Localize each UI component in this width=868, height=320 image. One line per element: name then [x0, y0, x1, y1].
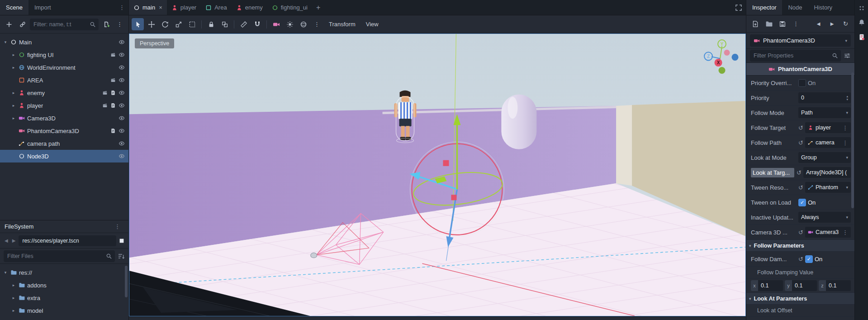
script-icon[interactable] [110, 128, 116, 134]
new-resource-button[interactable] [749, 18, 761, 30]
tab-inspector[interactable]: Inspector [746, 0, 782, 15]
revert-icon[interactable]: ↺ [797, 169, 802, 176]
doc-icon[interactable] [858, 33, 865, 41]
dock-handle-icon[interactable] [858, 5, 865, 12]
perspective-button[interactable]: Perspective [135, 38, 174, 48]
collapse-arrow-icon[interactable]: ▸ [11, 65, 16, 70]
spinner-arrows-icon[interactable]: ▴▾ [846, 95, 848, 101]
collapse-arrow-icon[interactable]: ▸ [11, 103, 16, 108]
camera3d-gizmo-body[interactable] [311, 253, 317, 258]
transform-menu[interactable]: Transform [324, 18, 360, 30]
visibility-eye-icon[interactable] [119, 153, 125, 159]
visibility-eye-icon[interactable] [119, 52, 125, 58]
property-filter-input[interactable] [754, 53, 829, 59]
tune-filter-icon[interactable] [844, 52, 851, 59]
axis-neg-y-ball[interactable] [719, 67, 726, 74]
history-forward-icon[interactable]: ▶ [826, 18, 838, 30]
instanced-scene-icon[interactable] [110, 77, 116, 83]
visibility-eye-icon[interactable] [119, 115, 125, 121]
vector-y-field[interactable]: y 0.1 [785, 280, 817, 291]
scene-tree-item-phantomcamera3d[interactable]: PhantomCamera3D [0, 124, 128, 137]
edited-object-dropdown[interactable]: PhantomCamera3D ▾ [750, 34, 851, 47]
options-menu-icon[interactable]: ⋮ [842, 229, 848, 236]
collapse-arrow-icon[interactable]: ▾ [3, 270, 8, 275]
object-history-icon[interactable]: ↻ [840, 18, 852, 30]
camera-preview-button[interactable] [270, 18, 282, 30]
tab-scene[interactable]: Scene [0, 0, 28, 15]
instanced-scene-icon[interactable] [110, 52, 116, 57]
snap-toggle-button[interactable] [251, 18, 263, 30]
instance-scene-button[interactable] [16, 18, 28, 30]
follow-target-picker[interactable]: player ⋮ [805, 122, 851, 133]
filesystem-scrollbar[interactable] [125, 266, 128, 297]
scene-tab-area[interactable]: Area [201, 0, 231, 15]
scene-panel-menu-icon[interactable]: ⋮ [115, 0, 128, 15]
scene-tab-player[interactable]: player [167, 0, 201, 15]
axis-neg-z-ball[interactable] [732, 54, 739, 61]
box-select-tool-button[interactable] [186, 18, 198, 30]
scene-filter-input[interactable] [33, 21, 87, 28]
collapse-arrow-icon[interactable]: ▾ [3, 40, 8, 44]
resource-extra-menu-icon[interactable]: ⋮ [790, 18, 802, 30]
visibility-eye-icon[interactable] [119, 102, 125, 109]
look-at-mode-dropdown[interactable]: Group ▾ [798, 152, 851, 163]
rotate-tool-button[interactable] [159, 18, 171, 30]
fs-item-model[interactable]: ▸ model [0, 304, 128, 317]
scene-tree-item-node3d[interactable]: Node3D [0, 150, 128, 162]
notification-bell-icon[interactable] [858, 19, 865, 26]
collapse-arrow-icon[interactable]: ▸ [11, 116, 16, 120]
toggle-split-mode-icon[interactable] [119, 238, 125, 244]
view-menu[interactable]: View [361, 18, 383, 30]
visibility-eye-icon[interactable] [119, 128, 125, 134]
scale-tool-button[interactable] [172, 18, 185, 30]
visibility-eye-icon[interactable] [119, 140, 125, 147]
follow-mode-dropdown[interactable]: Path ▾ [798, 107, 851, 118]
scene-tree-menu-icon[interactable]: ⋮ [114, 18, 126, 30]
camera-3d-picker[interactable]: Camera3 ⋮ [805, 227, 851, 238]
collapse-arrow-icon[interactable]: ▸ [11, 296, 16, 300]
move-tool-button[interactable] [145, 18, 157, 30]
instanced-scene-icon[interactable] [102, 103, 108, 108]
capsule-mesh[interactable] [501, 95, 536, 149]
vector-z-field[interactable]: z 0.1 [819, 280, 851, 291]
sort-files-icon[interactable] [118, 253, 125, 260]
toolbar-overflow-icon[interactable]: ⋮ [311, 18, 323, 30]
scene-tree-item-enemy[interactable]: ▸ enemy [0, 86, 128, 99]
sun-settings-button[interactable] [284, 18, 296, 30]
follow-path-picker[interactable]: camera ⋮ [805, 137, 851, 148]
fs-item-extra[interactable]: ▸ extra [0, 291, 128, 304]
lock-node-button[interactable] [205, 18, 217, 30]
revert-icon[interactable]: ↺ [798, 256, 803, 263]
expand-viewport-icon[interactable] [731, 0, 746, 15]
follow-damping-checkbox[interactable] [805, 255, 813, 263]
tab-history[interactable]: History [808, 0, 838, 15]
breadcrumb[interactable]: res://scenes/player.tscn [19, 235, 116, 246]
priority-override-checkbox[interactable] [798, 79, 806, 87]
close-icon[interactable]: × [159, 4, 162, 11]
new-scene-tab-button[interactable]: + [312, 0, 324, 15]
collapse-arrow-icon[interactable]: ▸ [11, 283, 16, 287]
scene-tree-item-fighting-ui[interactable]: ▸ fighting UI [0, 48, 128, 61]
scene-tab-enemy[interactable]: enemy [232, 0, 267, 15]
fs-item-res[interactable]: ▾ res:// [0, 266, 128, 279]
scene-tree-item-camera3d[interactable]: ▸ Camera3D [0, 112, 128, 124]
tween-resource-picker[interactable]: Phantom ▾ [805, 182, 851, 193]
viewport-3d[interactable]: Y Z X Perspective [129, 33, 746, 316]
inactive-update-dropdown[interactable]: Always ▾ [798, 212, 851, 223]
vector-x-field[interactable]: x 0.1 [751, 280, 783, 291]
revert-icon[interactable]: ↺ [798, 229, 803, 236]
inspector-scrollbar[interactable] [851, 72, 854, 208]
viewport-3d-scene[interactable]: Y Z X [129, 34, 745, 316]
tab-import[interactable]: Import [28, 0, 57, 15]
select-tool-button[interactable] [132, 18, 144, 30]
scene-tree-item-player[interactable]: ▸ player [0, 99, 128, 112]
history-back-icon[interactable]: ◀ [812, 18, 825, 30]
visibility-eye-icon[interactable] [119, 39, 125, 45]
scene-tree-item-camera-path[interactable]: camera path [0, 137, 128, 150]
axis-neg-x-ball[interactable] [724, 50, 730, 56]
collapse-arrow-icon[interactable]: ▸ [11, 53, 16, 57]
load-resource-button[interactable] [763, 18, 775, 30]
tab-node[interactable]: Node [782, 0, 808, 15]
nav-forward-icon[interactable]: ▶ [11, 238, 17, 243]
collapse-arrow-icon[interactable]: ▸ [11, 91, 16, 95]
